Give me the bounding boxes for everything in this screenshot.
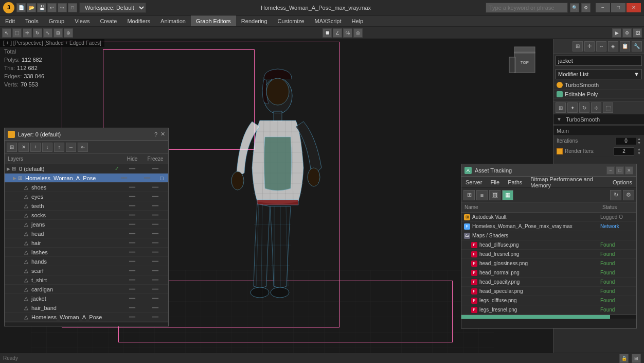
mod-icon-0[interactable]: ⊞: [573, 41, 583, 51]
select-region-btn[interactable]: ⬚: [12, 28, 22, 38]
layer-list-item[interactable]: △teeth━━━━: [5, 201, 168, 211]
asset-list-item[interactable]: Fhead_fresnel.pngFound: [461, 250, 636, 259]
modifier-item-turbosmooth[interactable]: TurboSmooth: [553, 80, 644, 90]
mod-icon-5[interactable]: 🔧: [632, 41, 642, 51]
asset-tb-0[interactable]: ⊞: [463, 190, 475, 200]
pivot-btn[interactable]: ⊕: [64, 28, 73, 38]
asset-settings-btn[interactable]: ⚙: [623, 190, 634, 200]
layer-tool-5[interactable]: ↔: [66, 143, 76, 152]
mod-sub-1[interactable]: ✦: [567, 102, 578, 113]
asset-menu-server[interactable]: Server: [461, 178, 486, 186]
menu-edit[interactable]: Edit: [0, 15, 20, 26]
layer-list-item[interactable]: △lashes━━━━: [5, 248, 168, 257]
layer-tool-1[interactable]: ✕: [19, 143, 29, 152]
layer-list-item[interactable]: △eyes━━━━: [5, 192, 168, 201]
asset-list-item[interactable]: Fhead_glossiness.pngFound: [461, 259, 636, 268]
asset-refresh-btn[interactable]: ↻: [610, 190, 621, 200]
asset-list-item[interactable]: Flegs_fresnel.pngFound: [461, 305, 636, 315]
close-btn[interactable]: ✕: [627, 3, 641, 12]
layer-help-btn[interactable]: ?: [154, 131, 157, 137]
mod-icon-1[interactable]: ✛: [584, 41, 595, 51]
undo-btn[interactable]: ↩: [47, 3, 57, 12]
asset-menu-file[interactable]: File: [486, 178, 504, 186]
menu-customize[interactable]: Customize: [273, 15, 310, 26]
new-btn[interactable]: 📄: [16, 3, 26, 12]
layer-list-item[interactable]: △socks━━━━: [5, 211, 168, 220]
layer-tool-4[interactable]: ↑: [54, 143, 64, 152]
layer-list-item[interactable]: ▶⊞Homeless_Woman_A_Pose━━━━□: [5, 174, 168, 183]
layer-list-item[interactable]: △jeans━━━━: [5, 220, 168, 229]
asset-tb-1[interactable]: ≡: [476, 190, 488, 200]
mod-sub-4[interactable]: ⬚: [603, 102, 613, 113]
asset-maximize-btn[interactable]: □: [616, 166, 624, 175]
tools-btn[interactable]: ⚙: [581, 3, 591, 12]
asset-list-item[interactable]: Fhead_diffuse.pngFound: [461, 240, 636, 250]
ref-coord-btn[interactable]: ⊞: [53, 28, 63, 38]
redo-btn[interactable]: ↪: [58, 3, 67, 12]
open-btn[interactable]: 📂: [27, 3, 36, 12]
mod-sub-3[interactable]: ⊹: [591, 102, 601, 113]
mod-icon-4[interactable]: 📋: [620, 41, 630, 51]
modifier-item-editable-poly[interactable]: Editable Poly: [553, 90, 644, 99]
menu-modifiers[interactable]: Modifiers: [122, 15, 155, 26]
snap-toggle-btn[interactable]: 🔲: [323, 28, 332, 38]
mod-sub-0[interactable]: ⊞: [556, 102, 566, 113]
move-btn[interactable]: ✛: [23, 28, 32, 38]
scale-btn[interactable]: ⤡: [43, 28, 52, 38]
render-btn[interactable]: ▶: [612, 28, 621, 38]
minimize-btn[interactable]: −: [596, 3, 610, 12]
menu-tools[interactable]: Tools: [20, 15, 44, 26]
asset-menu-paths[interactable]: Paths: [504, 178, 526, 186]
bottom-tool-0[interactable]: 🔒: [619, 354, 629, 363]
layer-tool-2[interactable]: +: [30, 143, 41, 152]
iterations-input[interactable]: [616, 137, 636, 145]
asset-tb-2[interactable]: 🖼: [489, 190, 500, 200]
render-iters-input[interactable]: [614, 147, 634, 155]
menu-views[interactable]: Views: [69, 15, 95, 26]
render-iters-down[interactable]: ▼: [637, 151, 641, 155]
asset-menu-bitmap[interactable]: Bitmap Performance and Memory: [526, 175, 609, 189]
asset-list-item[interactable]: 🗂Maps / Shaders: [461, 231, 636, 240]
menu-create[interactable]: Create: [95, 15, 122, 26]
menu-animation[interactable]: Animation: [155, 15, 191, 26]
asset-list-item[interactable]: ⊞Autodesk VaultLogged O: [461, 213, 636, 222]
menu-group[interactable]: Group: [44, 15, 70, 26]
asset-list-item[interactable]: Flegs_diffuse.pngFound: [461, 296, 636, 305]
asset-menu-options[interactable]: Options: [609, 178, 636, 186]
layer-tool-0[interactable]: ⊞: [7, 143, 17, 152]
asset-list-item[interactable]: Fhead_opacity.pngFound: [461, 278, 636, 287]
render-iters-up[interactable]: ▲: [637, 147, 641, 151]
percent-snap-btn[interactable]: %: [343, 28, 352, 38]
turbosmooth-section-header[interactable]: ▼ TurboSmooth: [553, 114, 644, 125]
layer-list-item[interactable]: △head━━━━: [5, 229, 168, 238]
iterations-up[interactable]: ▲: [637, 137, 641, 141]
bottom-tool-1[interactable]: ⊞: [632, 354, 641, 363]
menu-maxscript[interactable]: MAXScript: [310, 15, 347, 26]
layer-list-item[interactable]: ▶⊞0 (default)✓━━━━: [5, 164, 168, 174]
render-iters-checkbox[interactable]: [557, 148, 563, 154]
layer-close-btn[interactable]: ✕: [160, 131, 165, 137]
layer-list-item[interactable]: △cardigan━━━━: [5, 285, 168, 294]
save-btn[interactable]: 💾: [37, 3, 46, 12]
modifier-name-field[interactable]: [556, 56, 642, 66]
asset-list-item[interactable]: FHomeless_Woman_A_Pose_max_vray.maxNetwo…: [461, 222, 636, 231]
layer-list-item[interactable]: △t_shirt━━━━: [5, 275, 168, 285]
menu-graph-editors[interactable]: Graph Editors: [191, 15, 236, 26]
menu-help[interactable]: Help: [347, 15, 369, 26]
modifier-list-dropdown[interactable]: Modifier List ▼: [556, 69, 642, 79]
mod-icon-2[interactable]: ↔: [596, 41, 606, 51]
workspace-dropdown[interactable]: Workspace: Default: [79, 3, 146, 13]
layer-list-item[interactable]: △hair━━━━: [5, 238, 168, 248]
menu-rendering[interactable]: Rendering: [236, 15, 273, 26]
angle-snap-btn[interactable]: ∠: [333, 28, 342, 38]
maximize-btn[interactable]: □: [611, 3, 625, 12]
mod-sub-2[interactable]: ↻: [579, 102, 589, 113]
asset-list-item[interactable]: Fhead_normal.pngFound: [461, 268, 636, 278]
select-btn[interactable]: ↖: [2, 28, 11, 38]
layer-list-item[interactable]: △shoes━━━━: [5, 183, 168, 192]
asset-list-item[interactable]: Fhead_specular.pngFound: [461, 287, 636, 296]
render-frame-btn[interactable]: 🖼: [633, 28, 642, 38]
layer-list-item[interactable]: △Homeless_Woman_A_Pose━━━━: [5, 313, 168, 322]
render-setup-btn[interactable]: □: [68, 3, 77, 12]
spinner-snap-btn[interactable]: ◎: [353, 28, 363, 38]
